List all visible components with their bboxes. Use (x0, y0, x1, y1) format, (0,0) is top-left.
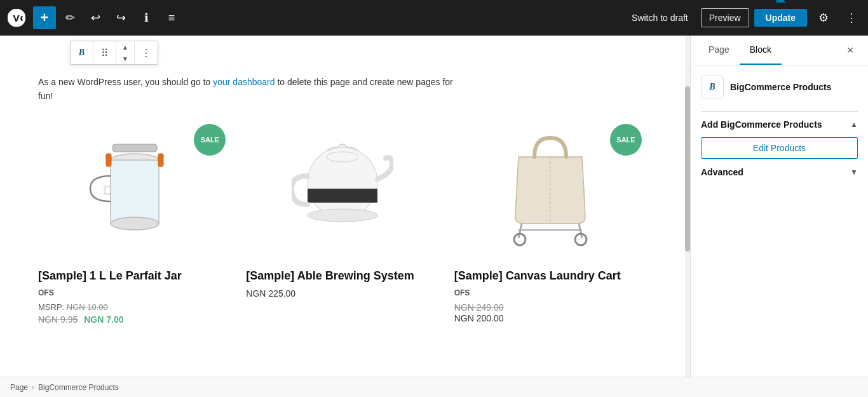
add-bigcommerce-section: Add BigCommerce Products ▲ Edit Products (701, 111, 858, 159)
product-image: DEMO (84, 125, 186, 252)
undo-button[interactable]: ↩ (84, 6, 107, 29)
svg-line-16 (519, 224, 522, 238)
undo-icon: ↩ (91, 11, 100, 25)
preview-button[interactable]: Preview (701, 8, 749, 27)
panel-tabs: Page Block × (691, 36, 868, 65)
sale-badge: SALE (194, 124, 226, 156)
drag-icon: ⠿ (101, 47, 109, 59)
svg-point-14 (308, 209, 377, 222)
product-image-wrap: SALE DEMO (454, 119, 647, 259)
list-view-button[interactable]: ≡ (160, 6, 183, 29)
tab-page[interactable]: Page (698, 36, 740, 65)
block-toolbar: B ⠿ ▲ ▼ ⋮ (70, 41, 158, 65)
product-image: DEMO (292, 125, 393, 252)
sale-badge: SALE (610, 124, 642, 156)
add-block-button[interactable]: + (33, 6, 56, 29)
product-name: [Sample] Canvas Laundry Cart (454, 269, 647, 283)
settings-button[interactable]: ⚙ (812, 6, 835, 29)
toolbar-right: Switch to draft Preview Update ⚙ ⋮ (624, 6, 863, 29)
price-row: NGN 225.00 (246, 288, 438, 299)
block-type-icon: B (79, 48, 85, 58)
vertical-dots-icon: ⋮ (846, 11, 857, 25)
price-row: NGN 249.00 (454, 302, 647, 313)
wp-logo[interactable] (5, 6, 28, 29)
product-msrp: MSRP: NGN 10.00 (38, 302, 231, 312)
svg-rect-4 (111, 160, 159, 224)
product-ofs: OFS (454, 288, 647, 297)
move-up-button[interactable]: ▲ (116, 41, 134, 53)
dashboard-link[interactable]: your dashboard (213, 77, 275, 87)
edit-products-button[interactable]: Edit Products (701, 137, 858, 159)
product-name: [Sample] Able Brewing System (246, 269, 438, 283)
scrollbar-thumb[interactable] (685, 86, 690, 252)
drag-handle[interactable]: ⠿ (93, 41, 116, 64)
details-button[interactable]: ℹ (135, 6, 158, 29)
products-grid: SALE DEMO (38, 114, 647, 335)
block-type-icon: B (701, 76, 724, 98)
svg-rect-12 (308, 189, 377, 203)
product-name: [Sample] 1 L Le Parfait Jar (38, 269, 231, 283)
close-icon: × (847, 44, 854, 57)
main-area: B ⠿ ▲ ▼ ⋮ As a new WordPress user, you s… (0, 36, 868, 377)
list-icon: ≡ (168, 11, 175, 25)
product-image-wrap: SALE DEMO (38, 119, 231, 259)
notice-paragraph: As a new WordPress user, you should go t… (38, 75, 647, 104)
tools-button[interactable]: ✏ (58, 6, 81, 29)
svg-rect-6 (106, 154, 111, 166)
more-options-button[interactable]: ⋮ (840, 6, 863, 29)
svg-line-17 (579, 224, 582, 238)
update-button[interactable]: Update (754, 9, 807, 27)
price-row: NGN 9.95 NGN 7.00 (38, 314, 231, 325)
info-icon: ℹ (144, 11, 149, 25)
tab-block[interactable]: Block (740, 36, 782, 65)
product-ofs: OFS (38, 288, 231, 297)
right-panel: Page Block × B BigCommerce Products Add … (690, 36, 868, 377)
pencil-icon: ✏ (65, 11, 75, 25)
update-arrow (775, 0, 785, 3)
move-arrows: ▲ ▼ (116, 41, 135, 64)
breadcrumb-page: Page (10, 383, 28, 392)
chevron-down-icon: ▼ (850, 168, 858, 177)
move-down-button[interactable]: ▼ (116, 53, 134, 64)
editor-scrollbar[interactable] (685, 36, 690, 377)
block-more-options[interactable]: ⋮ (135, 41, 158, 64)
redo-button[interactable]: ↪ (109, 6, 132, 29)
panel-content: B BigCommerce Products Add BigCommerce P… (691, 65, 868, 377)
breadcrumb-current: BigCommerce Products (38, 383, 119, 392)
panel-close-button[interactable]: × (840, 40, 860, 60)
product-image-wrap: DEMO (246, 119, 438, 259)
price-partial: NGN 200.00 (454, 313, 647, 324)
product-image: DEMO (499, 125, 601, 252)
advanced-section-header[interactable]: Advanced ▼ (701, 159, 858, 185)
main-toolbar: + ✏ ↩ ↪ ℹ ≡ Switch to draft Preview Upda… (0, 0, 868, 36)
svg-rect-2 (112, 144, 157, 152)
redo-icon: ↪ (116, 11, 126, 25)
block-name-label: BigCommerce Products (730, 82, 831, 92)
product-card: SALE DEMO (38, 119, 231, 325)
product-card: SALE DEMO (454, 119, 647, 325)
svg-point-5 (111, 217, 159, 230)
breadcrumb-separator: › (32, 383, 34, 392)
svg-point-11 (308, 147, 377, 217)
advanced-section: Advanced ▼ (701, 159, 858, 185)
block-header: B BigCommerce Products (701, 76, 858, 98)
chevron-up-icon: ▲ (850, 120, 858, 129)
editor-area[interactable]: B ⠿ ▲ ▼ ⋮ As a new WordPress user, you s… (0, 36, 685, 377)
breadcrumb-bar: Page › BigCommerce Products (0, 377, 868, 397)
block-type-button[interactable]: B (71, 41, 93, 64)
gear-icon: ⚙ (818, 11, 829, 25)
switch-draft-button[interactable]: Switch to draft (624, 9, 696, 27)
product-card: DEMO (246, 119, 438, 325)
editor-content: As a new WordPress user, you should go t… (0, 65, 685, 345)
more-options-icon: ⋮ (141, 47, 151, 59)
add-section-header[interactable]: Add BigCommerce Products ▲ (701, 111, 858, 137)
svg-rect-7 (158, 154, 163, 166)
